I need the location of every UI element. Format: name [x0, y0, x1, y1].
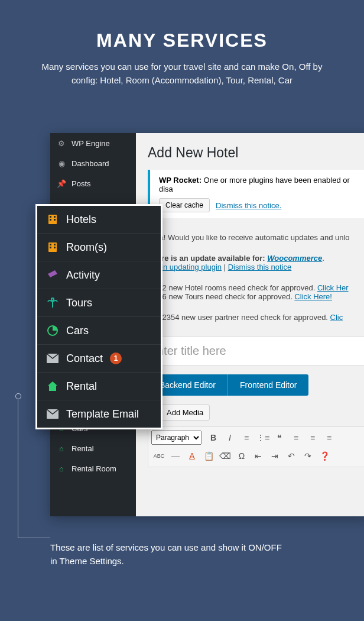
svg-rect-4 — [54, 219, 56, 221]
notice-hola: Hola! Would you like to receive automati… — [136, 227, 364, 248]
home-icon: ⌂ — [56, 463, 67, 474]
outdent-button[interactable]: ⇤ — [251, 448, 266, 464]
hr-button[interactable]: — — [168, 448, 183, 464]
svg-rect-8 — [50, 247, 51, 248]
numlist-button[interactable]: ⋮≡ — [255, 430, 271, 445]
grid-icon: ⚙ — [56, 138, 67, 148]
home-icon — [46, 380, 59, 393]
page-heading: MANY SERVICES — [30, 30, 334, 51]
home-icon: ⌂ — [56, 443, 67, 454]
footer-note: These are list of services you can use a… — [50, 541, 287, 568]
clear-button[interactable]: ⌫ — [217, 448, 233, 464]
click-here-link[interactable]: Click Her — [317, 283, 349, 292]
notice-partners: ave 2354 new user partner need check for… — [136, 307, 364, 328]
paste-button[interactable]: 📋 — [201, 448, 216, 464]
svg-rect-6 — [50, 244, 51, 245]
building-icon — [46, 241, 59, 254]
sidebar-item-posts[interactable]: 📌 Posts — [50, 173, 136, 193]
dismiss-link[interactable]: Dismiss this notice. — [216, 201, 281, 210]
popup-activity[interactable]: Activity — [37, 261, 161, 289]
svg-rect-2 — [54, 216, 56, 218]
align-left-button[interactable]: ≡ — [288, 430, 304, 445]
sidebar-item-rentalroom[interactable]: ⌂ Rental Room — [50, 458, 136, 478]
ticket-icon — [46, 269, 59, 282]
italic-button[interactable]: I — [222, 430, 238, 445]
popup-rooms[interactable]: Room(s) — [37, 234, 161, 261]
gauge-icon — [46, 324, 59, 337]
contact-badge: 1 — [110, 352, 122, 364]
notice-wprocket: WP Rocket: One or more plugins have been… — [148, 170, 364, 218]
undo-button[interactable]: ↶ — [284, 448, 299, 464]
palm-icon — [46, 296, 59, 309]
clear-cache-button[interactable]: Clear cache — [159, 198, 210, 212]
indent-button[interactable]: ⇥ — [267, 448, 282, 464]
click-link-3[interactable]: Clic — [330, 313, 343, 322]
help-button[interactable]: ❓ — [317, 448, 332, 464]
abc-button[interactable]: ABC — [151, 448, 167, 464]
click-here-link-2[interactable]: Click Here! — [294, 292, 332, 301]
dismiss-link-2[interactable]: Dismiss this notice — [228, 263, 292, 271]
notice-hotel: ave 2 new Hotel rooms need check for app… — [136, 277, 364, 307]
editor-toolbar: Paragraph B I ≡ ⋮≡ ❝ ≡ ≡ ≡ ABC — A 📋 ⌫ Ω… — [148, 426, 364, 467]
frontend-editor-button[interactable]: Frontend Editor — [228, 374, 309, 396]
mail-icon — [46, 352, 59, 365]
svg-rect-1 — [50, 216, 51, 218]
popup-hotels[interactable]: Hotels — [37, 206, 161, 234]
popup-contact[interactable]: Contact 1 — [37, 345, 161, 373]
special-char-button[interactable]: Ω — [234, 448, 249, 464]
sidebar-item-wpengine[interactable]: ⚙ WP Engine — [50, 133, 136, 153]
admin-content: Add New Hotel WP Rocket: One or more plu… — [136, 133, 364, 516]
textcolor-button[interactable]: A — [184, 448, 200, 464]
pin-icon: 📌 — [56, 178, 67, 189]
title-input[interactable]: nter title here — [148, 337, 364, 366]
popup-rental[interactable]: Rental — [37, 373, 161, 400]
svg-rect-7 — [54, 244, 56, 245]
align-center-button[interactable]: ≡ — [305, 430, 320, 445]
popup-tours[interactable]: Tours — [37, 289, 161, 317]
quote-button[interactable]: ❝ — [272, 430, 287, 445]
mail-icon — [46, 407, 59, 421]
popup-template-email[interactable]: Template Email — [37, 400, 161, 428]
page-description: Many services you can use for your trave… — [30, 60, 334, 87]
building-icon — [46, 213, 59, 226]
services-popup: Hotels Room(s) Activity Tours Cars Conta… — [35, 204, 162, 429]
sidebar-item-dashboard[interactable]: ◉ Dashboard — [50, 153, 136, 173]
notice-update: There is an update available for: Woocom… — [136, 248, 364, 277]
editor-mode-buttons: Backend Editor Frontend Editor — [148, 374, 364, 396]
dashboard-icon: ◉ — [56, 158, 67, 169]
header: MANY SERVICES Many services you can use … — [0, 0, 364, 105]
woocommerce-link[interactable]: Woocommerce — [267, 254, 322, 263]
list-button[interactable]: ≡ — [239, 430, 254, 445]
align-right-button[interactable]: ≡ — [321, 430, 337, 445]
bold-button[interactable]: B — [206, 430, 221, 445]
popup-cars[interactable]: Cars — [37, 317, 161, 345]
svg-rect-9 — [54, 247, 56, 248]
page-title: Add New Hotel — [136, 133, 364, 170]
svg-rect-3 — [50, 219, 51, 221]
format-select[interactable]: Paragraph — [151, 431, 202, 445]
sidebar-item-rental[interactable]: ⌂ Rental — [50, 438, 136, 458]
redo-button[interactable]: ↷ — [300, 448, 316, 464]
